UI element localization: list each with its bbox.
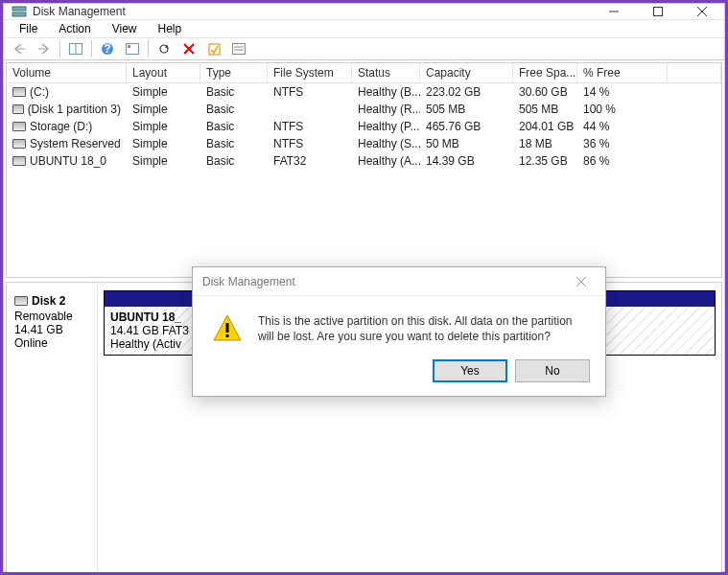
volume-type: Basic: [200, 84, 268, 100]
volume-fs: NTFS: [268, 84, 352, 100]
dialog-title: Disk Management: [202, 275, 295, 288]
volume-status: Healthy (P...: [352, 119, 420, 134]
volume-name: System Reserved: [30, 137, 121, 150]
table-row[interactable]: Storage (D:)SimpleBasicNTFSHealthy (P...…: [7, 118, 721, 135]
col-capacity[interactable]: Capacity: [420, 63, 513, 82]
volume-fs: FAT32: [268, 153, 352, 169]
col-pctfree[interactable]: % Free: [577, 63, 668, 82]
menu-action[interactable]: Action: [49, 20, 100, 37]
help-button[interactable]: ?: [96, 38, 119, 59]
volume-layout: Simple: [127, 136, 200, 151]
disk-state: Online: [14, 336, 89, 350]
col-layout[interactable]: Layout: [127, 63, 200, 82]
col-type[interactable]: Type: [200, 63, 268, 82]
col-free[interactable]: Free Spa...: [513, 63, 577, 82]
volume-list: Volume Layout Type File System Status Ca…: [6, 62, 722, 278]
disk-info-panel[interactable]: Disk 2 Removable 14.41 GB Online: [7, 283, 98, 575]
window-title: Disk Management: [33, 5, 126, 18]
svg-rect-24: [226, 334, 229, 337]
list-button[interactable]: [227, 38, 250, 59]
volume-pct: 44 %: [577, 119, 668, 134]
yes-button[interactable]: Yes: [433, 359, 507, 382]
volume-icon: [12, 156, 26, 166]
volume-layout: Simple: [127, 102, 200, 117]
volume-name: UBUNTU 18_0: [30, 154, 106, 168]
volume-name: (C:): [30, 85, 49, 99]
partition-status: Healthy (Activ: [110, 337, 181, 351]
table-row[interactable]: (C:)SimpleBasicNTFSHealthy (B...223.02 G…: [7, 83, 721, 101]
titlebar: Disk Management: [4, 4, 724, 20]
volume-free: 505 MB: [513, 102, 577, 117]
svg-rect-0: [12, 7, 26, 11]
svg-rect-13: [128, 45, 130, 48]
volume-free: 204.01 GB: [513, 119, 577, 134]
minimize-button[interactable]: [592, 4, 636, 19]
col-filesystem[interactable]: File System: [268, 63, 352, 82]
volume-capacity: 465.76 GB: [420, 119, 513, 134]
view-split-button[interactable]: [64, 38, 87, 59]
volume-capacity: 50 MB: [420, 136, 513, 151]
volume-name: Storage (D:): [30, 120, 92, 133]
table-row[interactable]: UBUNTU 18_0SimpleBasicFAT32Healthy (A...…: [7, 152, 721, 170]
volume-type: Basic: [200, 153, 268, 169]
volume-icon: [12, 139, 26, 149]
disk-media: Removable: [14, 310, 89, 323]
volume-type: Basic: [200, 119, 268, 134]
svg-text:?: ?: [104, 42, 110, 56]
warning-icon: [212, 313, 243, 344]
volume-fs: [268, 102, 352, 117]
svg-rect-1: [12, 12, 26, 16]
volume-pct: 100 %: [577, 102, 668, 117]
removable-disk-icon: [14, 296, 28, 306]
volume-pct: 36 %: [577, 136, 668, 151]
volume-status: Healthy (S...: [352, 136, 420, 151]
menu-view[interactable]: View: [103, 20, 147, 37]
volume-pct: 14 %: [577, 84, 668, 100]
volume-type: Basic: [200, 102, 268, 117]
partition-name: UBUNTU 18_: [110, 310, 181, 324]
dialog-close-button[interactable]: [567, 267, 596, 296]
partition-detail: 14.41 GB FAT3: [110, 324, 189, 337]
toolbar: ?: [4, 37, 724, 60]
no-button[interactable]: No: [515, 359, 590, 382]
dialog-message: This is the active partition on this dis…: [258, 313, 586, 344]
volume-rows: (C:)SimpleBasicNTFSHealthy (B...223.02 G…: [7, 83, 721, 277]
volume-capacity: 505 MB: [420, 102, 513, 117]
volume-status: Healthy (R...: [352, 102, 420, 117]
properties-button[interactable]: [202, 38, 225, 59]
volume-layout: Simple: [127, 84, 200, 100]
volume-status: Healthy (B...: [352, 84, 420, 100]
volume-icon: [12, 87, 26, 97]
volume-icon: [12, 104, 24, 114]
menubar: File Action View Help: [4, 20, 724, 37]
close-button[interactable]: [680, 4, 724, 19]
volume-free: 12.35 GB: [513, 153, 577, 169]
table-row[interactable]: System ReservedSimpleBasicNTFSHealthy (S…: [7, 135, 721, 152]
confirm-delete-dialog: Disk Management This is the active parti…: [192, 266, 606, 397]
volume-type: Basic: [200, 136, 268, 151]
menu-file[interactable]: File: [10, 20, 47, 37]
col-status[interactable]: Status: [352, 63, 420, 82]
menu-help[interactable]: Help: [149, 20, 192, 37]
delete-button[interactable]: [177, 38, 200, 59]
volume-fs: NTFS: [268, 136, 352, 151]
disk-size: 14.41 GB: [14, 323, 89, 336]
settings-button[interactable]: [121, 38, 144, 59]
maximize-button[interactable]: [636, 4, 680, 19]
volume-icon: [12, 122, 26, 131]
volume-fs: NTFS: [268, 119, 352, 134]
back-button[interactable]: [8, 38, 31, 59]
col-volume[interactable]: Volume: [7, 63, 127, 82]
volume-capacity: 14.39 GB: [420, 153, 513, 169]
disk-management-icon: [12, 4, 27, 19]
refresh-button[interactable]: [153, 38, 176, 59]
volume-free: 18 MB: [513, 136, 577, 151]
forward-button[interactable]: [33, 38, 56, 59]
volume-pct: 86 %: [577, 153, 668, 169]
svg-rect-3: [654, 8, 663, 16]
volume-layout: Simple: [127, 153, 200, 169]
volume-layout: Simple: [127, 119, 200, 134]
table-row[interactable]: (Disk 1 partition 3)SimpleBasicHealthy (…: [7, 101, 721, 118]
volume-status: Healthy (A...: [352, 153, 420, 169]
svg-rect-23: [226, 323, 229, 333]
